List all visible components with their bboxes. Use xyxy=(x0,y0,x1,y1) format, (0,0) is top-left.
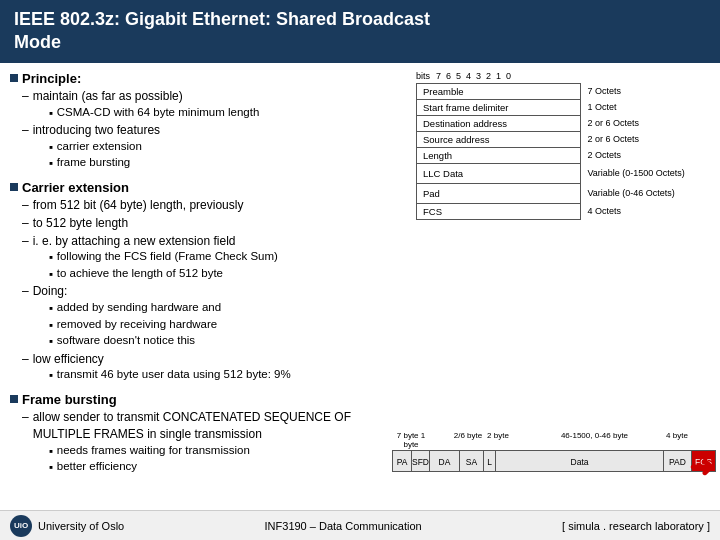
frame-size-labels: 7 byte 1 byte 2/6 byte 2 byte 46-1500, 0… xyxy=(392,431,716,449)
frame-field-preamble: Preamble xyxy=(417,83,581,99)
diagram-column: bits 7 6 5 4 3 2 1 0 Preamble 7 Octets S… xyxy=(390,67,720,506)
field-sfd: SFD xyxy=(412,450,430,472)
bullet-icon xyxy=(10,395,18,403)
frame-field-sa-label: 2 or 6 Octets xyxy=(581,131,716,147)
sub-item-text: CSMA-CD with 64 byte minimum length xyxy=(57,105,260,121)
list-item: – Doing: ▪ added by sending hardware and… xyxy=(22,283,382,349)
list-item: – allow sender to transmit CONCATENATED … xyxy=(22,409,382,476)
footer-left: UiO University of Oslo xyxy=(10,515,124,537)
principle-heading: Principle: xyxy=(22,71,81,86)
slide: IEEE 802.3z: Gigabit Ethernet: Shared Br… xyxy=(0,0,720,540)
list-item: – low efficiency ▪ transmit 46 byte user… xyxy=(22,351,382,384)
title-text: IEEE 802.3z: Gigabit Ethernet: Shared Br… xyxy=(14,9,430,52)
size-label: 46-1500, 0-46 byte xyxy=(527,431,662,449)
title-line1: IEEE 802.3z: Gigabit Ethernet: Shared Br… xyxy=(14,9,430,29)
title-line2: Mode xyxy=(14,32,61,52)
carrier-item5: low efficiency xyxy=(33,352,104,366)
list-item: ▪ to achieve the length of 512 byte xyxy=(49,266,278,283)
frame-fields-row: PA SFD DA SA L Data PAD FCS xyxy=(392,450,716,472)
field-pa: PA xyxy=(392,450,412,472)
size-label: 7 byte 1 byte xyxy=(392,431,430,449)
sub-item-text: carrier extension xyxy=(57,139,142,155)
sub-item-text: added by sending hardware and xyxy=(57,300,221,316)
size-label: 4 byte xyxy=(663,431,691,449)
frame-field-sfd-label: 1 Octet xyxy=(581,99,716,115)
list-item: ▪ added by sending hardware and xyxy=(49,300,221,317)
fb-heading: Frame bursting xyxy=(22,392,117,407)
field-data: Data xyxy=(496,450,664,472)
list-item: – maintain (as far as possible) ▪ CSMA-C… xyxy=(22,88,382,121)
list-item: ▪ following the FCS field (Frame Check S… xyxy=(49,249,278,266)
list-item: ▪ CSMA-CD with 64 byte minimum length xyxy=(49,105,260,122)
table-row: Preamble 7 Octets xyxy=(417,83,716,99)
dot-icon: ▪ xyxy=(49,334,53,350)
frame-field-llcdata-label: Variable (0-1500 Octets) xyxy=(581,163,716,183)
dash-icon: – xyxy=(22,283,29,300)
list-item: – i. e. by attaching a new extension fie… xyxy=(22,233,382,283)
section-frame-bursting: Frame bursting – allow sender to transmi… xyxy=(10,392,382,476)
dash-icon: – xyxy=(22,351,29,368)
frame-field-len: Length xyxy=(417,147,581,163)
sub-item-text: to achieve the length of 512 byte xyxy=(57,266,223,282)
university-name: University of Oslo xyxy=(38,520,124,532)
frame-field-da: Destination address xyxy=(417,115,581,131)
bits-numbers: 7 6 5 4 3 2 1 0 xyxy=(436,71,511,81)
dash-icon: – xyxy=(22,88,29,105)
sub-item-text: frame bursting xyxy=(57,155,131,171)
dot-icon: ▪ xyxy=(49,106,53,122)
carrier-heading: Carrier extension xyxy=(22,180,129,195)
table-row: Start frame delimiter 1 Octet xyxy=(417,99,716,115)
frame-field-sfd: Start frame delimiter xyxy=(417,99,581,115)
sub-list: ▪ CSMA-CD with 64 byte minimum length xyxy=(49,105,260,122)
principle-list: – maintain (as far as possible) ▪ CSMA-C… xyxy=(22,88,382,172)
bits-header: bits 7 6 5 4 3 2 1 0 xyxy=(416,71,716,81)
list-item: – introducing two features ▪ carrier ext… xyxy=(22,122,382,172)
table-row: Destination address 2 or 6 Octets xyxy=(417,115,716,131)
sub-list: ▪ needs frames waiting for transmission … xyxy=(49,443,382,476)
dot-icon: ▪ xyxy=(49,460,53,476)
carrier-item2: to 512 byte length xyxy=(33,215,128,232)
list-item: ▪ removed by receiving hardware xyxy=(49,317,221,334)
sub-item-text: software doesn't notice this xyxy=(57,333,195,349)
dash-icon: – xyxy=(22,409,29,426)
text-column: Principle: – maintain (as far as possibl… xyxy=(0,67,390,506)
list-item: ▪ transmit 46 byte user data using 512 b… xyxy=(49,367,291,384)
table-row: Source address 2 or 6 Octets xyxy=(417,131,716,147)
dash-icon: – xyxy=(22,215,29,232)
sub-list: ▪ following the FCS field (Frame Check S… xyxy=(49,249,278,282)
course-name: INF3190 – Data Communication xyxy=(265,520,422,532)
frame-field-sa: Source address xyxy=(417,131,581,147)
field-sa: SA xyxy=(460,450,484,472)
principle-item2: introducing two features xyxy=(33,123,160,137)
table-row: Length 2 Octets xyxy=(417,147,716,163)
table-row: FCS 4 Octets xyxy=(417,203,716,219)
size-label: 2/6 byte xyxy=(452,431,484,449)
principle-item1: maintain (as far as possible) xyxy=(33,89,183,103)
sub-item-text: needs frames waiting for transmission xyxy=(57,443,250,459)
dot-icon: ▪ xyxy=(49,368,53,384)
table-row: Pad Variable (0-46 Octets) xyxy=(417,183,716,203)
sub-list: ▪ transmit 46 byte user data using 512 b… xyxy=(49,367,291,384)
sub-item-text: following the FCS field (Frame Check Sum… xyxy=(57,249,278,265)
section-principle-title: Principle: xyxy=(10,71,382,86)
sub-list: ▪ added by sending hardware and ▪ remove… xyxy=(49,300,221,350)
section-carrier-title: Carrier extension xyxy=(10,180,382,195)
dot-icon: ▪ xyxy=(49,301,53,317)
size-label: 2 byte xyxy=(485,431,511,449)
fb-item1: allow sender to transmit CONCATENATED SE… xyxy=(33,410,351,441)
section-carrier: Carrier extension – from 512 bit (64 byt… xyxy=(10,180,382,384)
section-principle: Principle: – maintain (as far as possibl… xyxy=(10,71,382,172)
dot-icon: ▪ xyxy=(49,267,53,283)
dash-icon: – xyxy=(22,197,29,214)
sub-item-text: better efficiency xyxy=(57,459,137,475)
frame-field-pad: Pad xyxy=(417,183,581,203)
bits-label: bits xyxy=(416,71,430,81)
list-item: – to 512 byte length xyxy=(22,215,382,232)
frame-field-preamble-label: 7 Octets xyxy=(581,83,716,99)
bullet-icon xyxy=(10,74,18,82)
dot-icon: ▪ xyxy=(49,140,53,156)
list-item: ▪ software doesn't notice this xyxy=(49,333,221,350)
carrier-item4: Doing: xyxy=(33,284,68,298)
red-arrow-icon: ➜ xyxy=(689,452,714,482)
section-fb-title: Frame bursting xyxy=(10,392,382,407)
